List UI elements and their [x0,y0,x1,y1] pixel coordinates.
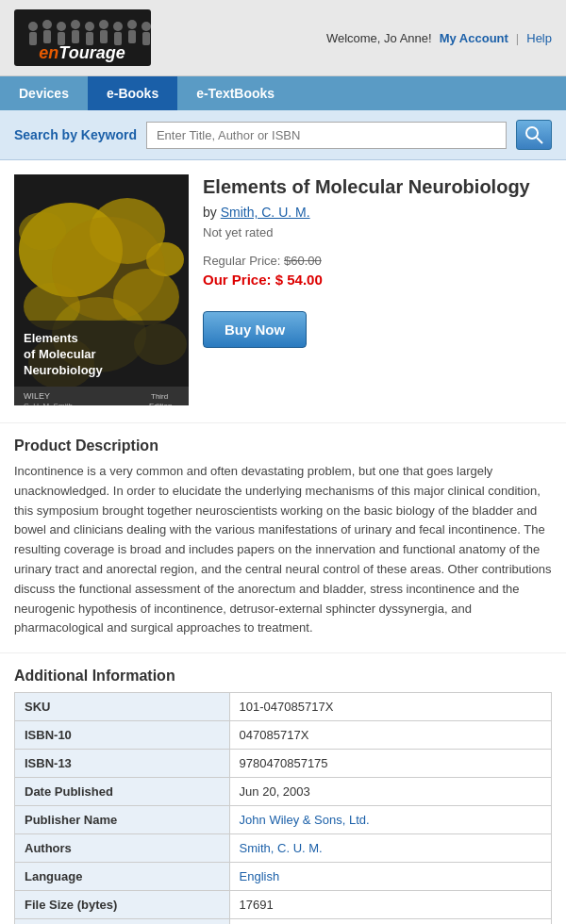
description-section: Product Description Incontinence is a ve… [0,423,566,653]
svg-text:Third: Third [151,392,168,401]
svg-text:enTourage: enTourage [39,43,125,62]
table-label: Language [15,863,230,891]
my-account-link[interactable]: My Account [440,31,508,45]
svg-point-11 [99,20,108,29]
our-price-label: Our Price: [203,272,272,288]
table-value: 17691 [229,891,551,919]
svg-text:Edition: Edition [149,402,172,405]
nav-etextbooks[interactable]: e-TextBooks [177,76,293,110]
svg-text:C. U. M. Smith: C. U. M. Smith [24,402,73,405]
table-row: ISBN-139780470857175 [15,750,552,778]
svg-point-17 [142,22,151,31]
search-icon [524,125,543,144]
table-row: Date PublishedJun 20, 2003 [15,778,552,806]
table-row: AuthorsSmith, C. U. M. [15,834,552,863]
table-value: 101-047085717X [229,693,551,721]
nav-bar: Devices e-Books e-TextBooks [0,76,566,110]
buy-now-button[interactable]: Buy Now [203,311,307,348]
svg-rect-18 [142,32,150,45]
svg-text:WILEY: WILEY [24,391,50,401]
regular-price-value: $60.00 [284,254,322,268]
table-row: ISBN-10047085717X [15,721,552,750]
table-row: Publisher NameJohn Wiley & Sons, Ltd. [15,806,552,834]
welcome-text: Welcome, Jo Anne! [326,31,432,45]
description-text: Incontinence is a very common and often … [14,462,552,638]
description-title: Product Description [14,437,552,454]
table-label: File Size (bytes) [15,891,230,919]
search-input[interactable] [146,122,507,149]
table-label: Date Published [15,778,230,806]
table-value: book [229,919,551,924]
separator-1: | [516,31,519,45]
table-label: Publisher Name [15,806,230,834]
table-row: Media Typebook [15,919,552,924]
svg-point-20 [526,127,538,139]
table-label: Authors [15,834,230,863]
svg-point-1 [28,22,38,31]
help-link[interactable]: Help [526,31,552,45]
book-cover-image: Elements of Molecular Neurobiology WILEY… [14,174,189,405]
header-right: Welcome, Jo Anne! My Account | Help [326,31,552,45]
table-value: 9780470857175 [229,750,551,778]
book-cover: Elements of Molecular Neurobiology WILEY… [14,174,189,408]
book-title: Elements of Molecular Neurobiology [203,174,552,199]
table-label: ISBN-13 [15,750,230,778]
search-label: Search by Keyword [14,127,137,142]
table-value: Smith, C. U. M. [229,834,551,863]
additional-title: Additional Information [14,668,552,685]
regular-price-label: Regular Price: [203,254,280,268]
nav-ebooks[interactable]: e-Books [88,76,177,110]
our-price: Our Price: $ 54.00 [203,272,552,288]
logo: enTourage [14,9,151,66]
svg-rect-16 [128,30,136,43]
table-label: ISBN-10 [15,721,230,750]
book-info: Elements of Molecular Neurobiology by Sm… [203,174,552,408]
table-row: File Size (bytes)17691 [15,891,552,919]
info-table: SKU101-047085717XISBN-10047085717XISBN-1… [14,692,552,924]
svg-point-31 [52,217,165,321]
search-bar: Search by Keyword [0,110,566,160]
additional-section: Additional Information SKU101-047085717X… [0,653,566,924]
svg-point-13 [113,22,123,31]
header: enTourage Welcome, Jo Anne! My Account |… [0,0,566,76]
svg-point-15 [127,20,137,29]
svg-text:Neurobiology: Neurobiology [24,363,104,377]
svg-point-9 [85,22,94,31]
table-label: Media Type [15,919,230,924]
table-value: English [229,863,551,891]
rating: Not yet rated [203,225,552,239]
book-author: by Smith, C. U. M. [203,205,552,220]
svg-text:Elements: Elements [24,331,78,345]
table-label: SKU [15,693,230,721]
table-value: Jun 20, 2003 [229,778,551,806]
svg-rect-2 [29,32,37,45]
table-value: John Wiley & Sons, Ltd. [229,806,551,834]
svg-point-3 [42,20,52,29]
author-link[interactable]: Smith, C. U. M. [221,205,310,220]
svg-text:of Molecular: of Molecular [24,347,96,361]
author-by-label: by [203,205,217,220]
table-value: 047085717X [229,721,551,750]
svg-rect-12 [100,30,108,43]
price-section: Regular Price: $60.00 Our Price: $ 54.00 [203,254,552,288]
regular-price: Regular Price: $60.00 [203,254,552,268]
our-price-value: $ 54.00 [275,272,323,288]
svg-rect-4 [43,30,51,43]
svg-line-21 [537,138,542,143]
svg-rect-8 [72,30,79,43]
svg-point-7 [71,20,80,29]
logo-svg: enTourage [14,9,151,66]
table-row: LanguageEnglish [15,863,552,891]
table-row: SKU101-047085717X [15,693,552,721]
search-button[interactable] [516,120,552,150]
product-section: Elements of Molecular Neurobiology WILEY… [0,160,566,423]
nav-devices[interactable]: Devices [0,76,88,110]
svg-point-5 [57,22,66,31]
